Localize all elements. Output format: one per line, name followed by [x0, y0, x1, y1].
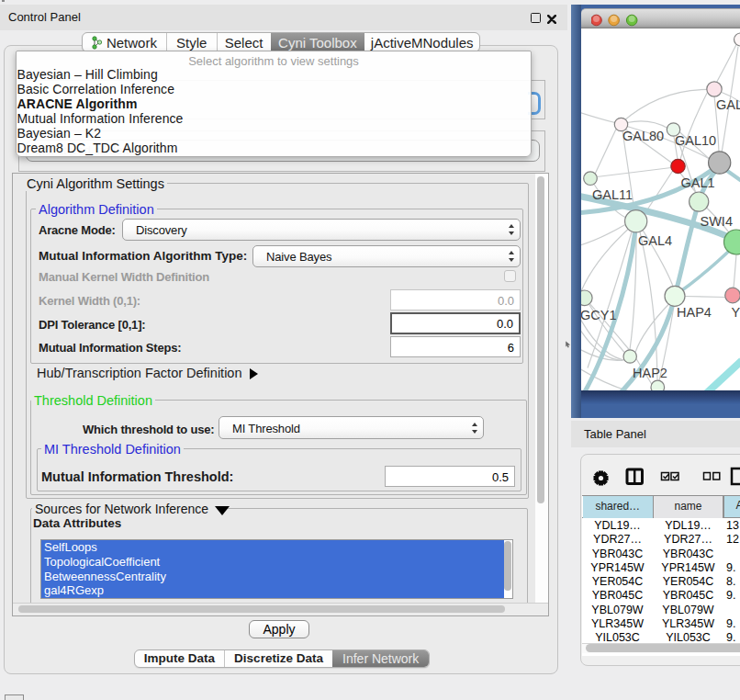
- svg-text:GAL4: GAL4: [638, 232, 672, 247]
- svg-text:GCY1: GCY1: [581, 307, 617, 322]
- svg-text:HAP4: HAP4: [677, 304, 712, 319]
- svg-text:GAL11: GAL11: [592, 186, 633, 201]
- svg-text:GAL2: GAL2: [716, 96, 740, 111]
- svg-text:Y: Y: [732, 304, 740, 319]
- svg-text:GAL80: GAL80: [622, 128, 664, 142]
- svg-text:HAP2: HAP2: [633, 365, 667, 379]
- svg-text:GAL10: GAL10: [675, 132, 716, 147]
- svg-text:SWI4: SWI4: [701, 213, 733, 228]
- svg-text:GAL1: GAL1: [681, 175, 715, 190]
